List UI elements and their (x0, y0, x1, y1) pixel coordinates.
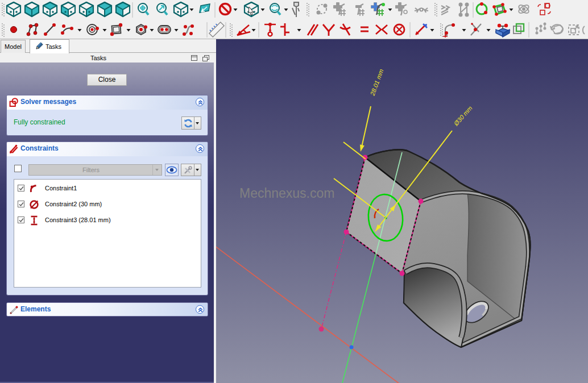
svg-text:Mechnexus.com: Mechnexus.com (239, 186, 334, 201)
